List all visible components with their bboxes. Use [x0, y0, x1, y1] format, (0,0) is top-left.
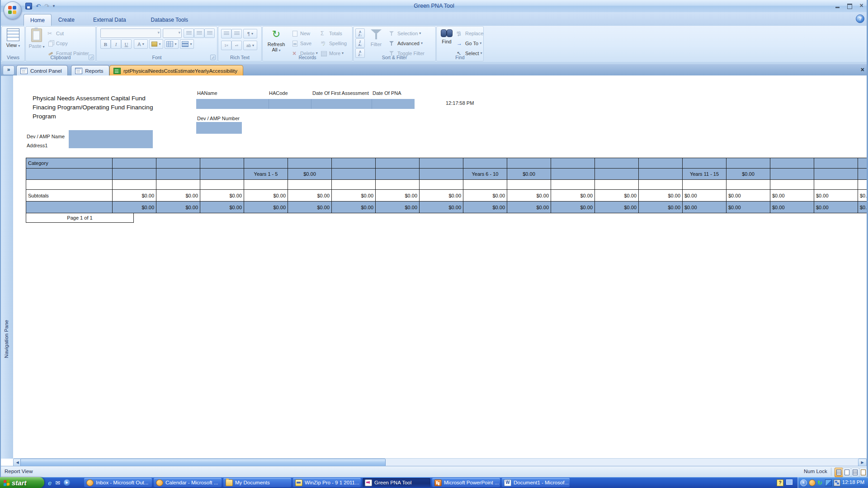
ribbon-tab-create[interactable]: Create	[52, 14, 81, 26]
cut-button[interactable]: Cut	[47, 28, 64, 38]
access-icon	[365, 479, 372, 486]
sort-descending-button[interactable]: ZA↓	[355, 38, 365, 48]
sort-ascending-button[interactable]: AZ↓	[355, 28, 365, 38]
advanced-filter-button[interactable]: Advanced▾	[389, 38, 423, 48]
dev-amp-number-field[interactable]	[196, 122, 242, 134]
report-view-button[interactable]	[835, 468, 843, 477]
restore-button[interactable]	[847, 3, 853, 9]
ribbon-tab-external-data[interactable]: External Data	[87, 14, 132, 26]
table-cell	[200, 169, 244, 180]
print-preview-button[interactable]	[843, 468, 851, 477]
tray-help-icon[interactable]: ?	[777, 479, 783, 486]
alternate-fill-button[interactable]: ▾	[180, 39, 194, 49]
numbered-list-button[interactable]: 1≡	[221, 41, 231, 50]
tray-collapse-icon[interactable]: ‹	[800, 479, 807, 486]
go-to-button[interactable]: Go To▾	[457, 38, 481, 48]
tray-sync-icon[interactable]: ↻	[817, 480, 823, 486]
mail-icon[interactable]: ✉	[55, 479, 60, 486]
close-button[interactable]: ×	[859, 3, 864, 9]
view-button[interactable]: View▾	[3, 28, 23, 49]
replace-icon	[457, 30, 463, 37]
fill-color-button[interactable]: ▾	[149, 39, 163, 49]
office-button[interactable]	[4, 1, 22, 19]
taskbar-button-5[interactable]: Green PNA Tool	[363, 478, 430, 487]
new-record-button[interactable]: New	[292, 28, 310, 38]
totals-button[interactable]: Totals	[321, 28, 342, 38]
taskbar-button-6[interactable]: Microsoft PowerPoint ...	[432, 478, 500, 487]
folder-icon	[226, 479, 233, 486]
document-close-icon[interactable]: ×	[861, 66, 864, 73]
align-right-button[interactable]	[204, 28, 215, 38]
font-color-button[interactable]: A▾	[134, 39, 148, 49]
report-view-icon	[836, 469, 841, 475]
taskbar-button-2[interactable]: Calendar - Microsoft ...	[154, 478, 222, 487]
start-button[interactable]: start	[0, 477, 44, 488]
copy-button[interactable]: Copy	[47, 38, 68, 48]
tray-dropbox-icon[interactable]	[825, 479, 832, 486]
spelling-button[interactable]: Spelling	[321, 38, 347, 48]
document-tab-2[interactable]: Reports	[71, 65, 109, 76]
tray-window-icon[interactable]	[786, 479, 793, 485]
tray-network-icon[interactable]	[834, 479, 840, 486]
taskbar-button-7[interactable]: WDocument1 - Microsof...	[502, 478, 570, 487]
rich-text-group-label: Rich Text	[218, 55, 261, 61]
minimize-button[interactable]	[835, 3, 841, 9]
document-tab-1[interactable]: Control Panel	[16, 65, 68, 76]
navigation-pane-collapsed[interactable]: Navigation Pane	[1, 75, 14, 459]
selection-button[interactable]: Selection▾	[389, 28, 421, 38]
font-size-combo[interactable]	[163, 28, 182, 38]
refresh-all-button[interactable]: ↻ Refresh All▾	[265, 28, 287, 53]
media-player-icon[interactable]: ▶	[64, 479, 70, 486]
taskbar-button-3[interactable]: My Documents	[223, 478, 291, 487]
clipboard-group-label: Clipboard	[26, 55, 95, 61]
find-button[interactable]: Find	[438, 28, 456, 44]
horizontal-scrollbar[interactable]: ◀ ▶	[13, 458, 867, 466]
align-left-button[interactable]	[184, 28, 194, 38]
taskbar-button-4[interactable]: WinZip Pro - 9 1 2011...	[293, 478, 361, 487]
undo-icon[interactable]: ↶	[36, 3, 41, 9]
bold-button[interactable]: B	[100, 39, 111, 49]
taskbar-button-1[interactable]: Inbox - Microsoft Out...	[84, 478, 152, 487]
italic-button[interactable]: I	[111, 39, 121, 49]
layout-view-button[interactable]	[851, 468, 859, 477]
ribbon-tab-database-tools[interactable]: Database Tools	[145, 14, 195, 26]
new-record-icon	[292, 30, 298, 37]
table-cell: $0.00	[156, 190, 200, 202]
dev-amp-name-field[interactable]	[69, 130, 153, 148]
table-cell	[332, 169, 376, 180]
table-row	[26, 180, 867, 190]
view-label: View	[6, 42, 17, 48]
font-name-combo[interactable]	[100, 28, 161, 38]
table-cell: Subtotals	[26, 190, 113, 202]
nav-pane-expand-button[interactable]: »	[3, 66, 14, 75]
underline-button[interactable]: U	[121, 39, 132, 49]
table-cell	[683, 180, 726, 190]
replace-button[interactable]: Replace	[457, 28, 483, 38]
align-center-button[interactable]	[194, 28, 204, 38]
table-cell: $0.00	[288, 190, 332, 202]
clipboard-dialog-launcher-icon[interactable]: ◿	[89, 55, 94, 60]
tray-outlook-icon[interactable]	[809, 479, 816, 486]
table-cell: $0.00	[858, 202, 867, 213]
highlight-button[interactable]: ab▾	[243, 41, 257, 50]
gridlines-button[interactable]: ▾	[165, 39, 179, 49]
table-cell: $0.00	[507, 190, 551, 202]
save-record-button[interactable]: Save	[292, 38, 311, 48]
help-icon[interactable]: ?	[856, 14, 864, 23]
redo-icon[interactable]: ↷	[44, 3, 49, 9]
decrease-indent-button[interactable]	[221, 29, 231, 38]
go-to-icon	[457, 40, 463, 47]
table-cell: $0.00	[770, 202, 814, 213]
ribbon-tab-home[interactable]: Home	[24, 14, 52, 26]
internet-explorer-icon[interactable]: e	[48, 479, 52, 487]
font-dialog-launcher-icon[interactable]: ◿	[210, 55, 216, 60]
qat-customize-icon[interactable]: ▾	[53, 4, 55, 8]
paste-button[interactable]: Paste▾	[28, 28, 46, 50]
document-tab-3[interactable]: rptPhysicalNeedsCostEstimateYearlyAccess…	[109, 65, 243, 76]
header-field-bar[interactable]	[196, 99, 415, 109]
bullet-list-button[interactable]: •≡	[231, 41, 242, 50]
increase-indent-button[interactable]	[231, 29, 242, 38]
save-icon[interactable]	[25, 3, 32, 9]
filter-button[interactable]: Filter	[366, 28, 386, 47]
text-direction-button[interactable]: ¶▾	[243, 29, 257, 38]
